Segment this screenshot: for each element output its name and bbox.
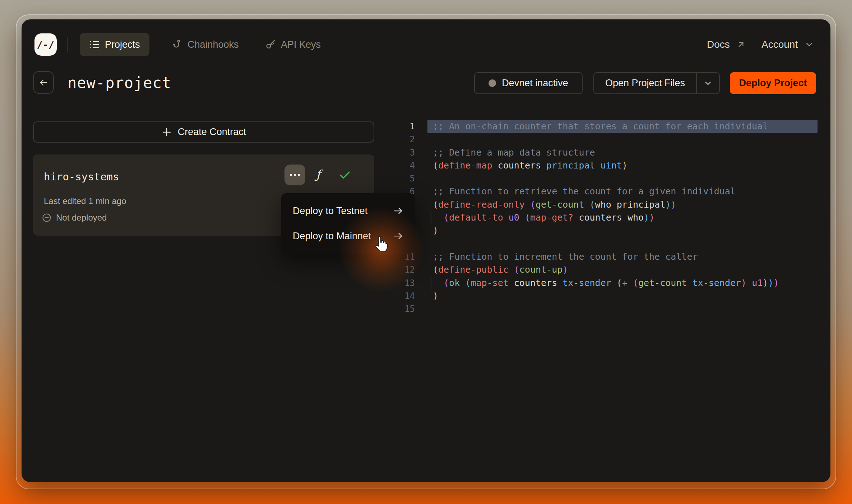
editor-code-lines[interactable]: ;; An on-chain counter that stores a cou… <box>427 120 818 315</box>
menu-item-deploy-mainnet[interactable]: Deploy to Mainnet <box>281 223 415 249</box>
line-number-5[interactable]: 5 <box>390 172 415 185</box>
nav-tab-projects[interactable]: Projects <box>80 33 149 56</box>
line-number-4[interactable]: 4 <box>390 159 415 172</box>
arrow-right-icon <box>393 205 403 216</box>
plus-icon <box>161 127 172 138</box>
hiro-logo[interactable]: /-/ <box>34 33 57 56</box>
chevron-down-icon <box>804 40 814 50</box>
contract-last-edited: Last edited 1 min ago <box>44 196 126 206</box>
line-number-3[interactable]: 3 <box>390 146 415 159</box>
account-menu[interactable]: Account <box>761 33 814 56</box>
code-line-11[interactable]: ;; Function to increment the count for t… <box>427 250 818 263</box>
code-line-4[interactable]: (define-map counters principal uint) <box>427 159 818 172</box>
line-number-2[interactable]: 2 <box>390 133 415 146</box>
code-line-3[interactable]: ;; Define a map data structure <box>427 146 818 159</box>
back-button[interactable] <box>33 71 54 94</box>
code-line-10[interactable] <box>427 237 818 250</box>
line-number-15[interactable]: 15 <box>390 302 415 315</box>
open-project-files-label: Open Project Files <box>594 78 696 89</box>
docs-link[interactable]: Docs <box>707 33 746 56</box>
chevron-down-icon <box>703 79 713 88</box>
code-line-5[interactable] <box>427 172 818 185</box>
function-icon[interactable]: ƒ <box>316 167 320 181</box>
line-number-14[interactable]: 14 <box>390 290 415 302</box>
devnet-status-label: Devnet inactive <box>502 78 568 89</box>
contract-more-button[interactable] <box>284 165 305 185</box>
code-line-14[interactable]: ) <box>427 290 818 302</box>
arrow-left-icon <box>38 78 48 88</box>
contract-status: Not deployed <box>42 213 107 223</box>
code-line-13[interactable]: (ok (map-set counters tx-sender (+ (get-… <box>427 277 818 290</box>
devnet-status-pill[interactable]: Devnet inactive <box>474 72 583 94</box>
account-label: Account <box>761 39 798 50</box>
create-contract-label: Create Contract <box>178 126 246 138</box>
hiro-logo-text: /-/ <box>37 39 55 50</box>
key-icon <box>265 39 276 50</box>
line-number-13[interactable]: 13 <box>390 277 415 290</box>
code-line-8[interactable]: (default-to u0 (map-get? counters who)) <box>427 211 818 224</box>
page-title: new-project <box>68 74 171 92</box>
nav-tab-projects-label: Projects <box>105 39 140 50</box>
check-icon[interactable] <box>338 169 351 183</box>
code-line-6[interactable]: ;; Function to retrieve the count for a … <box>427 185 818 198</box>
ellipsis-icon <box>290 174 292 176</box>
code-line-7[interactable]: (define-read-only (get-count (who princi… <box>427 198 818 211</box>
docs-label: Docs <box>707 39 730 50</box>
contract-status-label: Not deployed <box>56 213 107 223</box>
contract-name: hiro-systems <box>44 171 119 183</box>
deploy-project-button[interactable]: Deploy Project <box>730 72 816 94</box>
arrow-right-icon <box>393 231 403 241</box>
nav-tab-chainhooks[interactable]: Chainhooks <box>162 33 248 56</box>
code-line-9[interactable]: ) <box>427 224 818 237</box>
menu-item-deploy-testnet-label: Deploy to Testnet <box>293 205 367 217</box>
deploy-project-label: Deploy Project <box>739 78 807 89</box>
create-contract-button[interactable]: Create Contract <box>33 121 374 143</box>
devnet-status-dot-icon <box>488 79 496 87</box>
external-link-icon <box>736 40 746 49</box>
code-line-12[interactable]: (define-public (count-up) <box>427 263 818 276</box>
circle-minus-icon <box>42 213 52 223</box>
line-number-12[interactable]: 12 <box>390 263 415 276</box>
open-project-files-button[interactable]: Open Project Files <box>593 72 720 94</box>
menu-item-deploy-mainnet-label: Deploy to Mainnet <box>293 231 371 242</box>
code-line-1[interactable]: ;; An on-chain counter that stores a cou… <box>427 120 818 133</box>
code-line-2[interactable] <box>427 133 818 146</box>
nav-tab-api-keys[interactable]: API Keys <box>256 33 330 56</box>
open-project-files-chevron[interactable] <box>697 79 719 88</box>
deploy-dropdown-menu: Deploy to Testnet Deploy to Mainnet <box>281 193 415 254</box>
code-line-15[interactable] <box>427 302 818 315</box>
nav-tab-api-keys-label: API Keys <box>281 39 321 50</box>
line-number-1[interactable]: 1 <box>390 120 415 133</box>
menu-item-deploy-testnet[interactable]: Deploy to Testnet <box>281 198 415 223</box>
list-icon <box>89 39 100 50</box>
nav-tab-chainhooks-label: Chainhooks <box>187 39 239 50</box>
hook-icon <box>172 39 182 50</box>
nav-divider <box>67 37 68 52</box>
